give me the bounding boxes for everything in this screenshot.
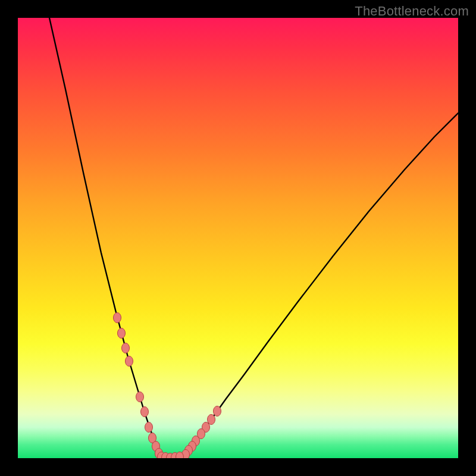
right-markers-point bbox=[208, 415, 215, 425]
left-markers-point bbox=[141, 407, 149, 417]
left-markers-point bbox=[145, 422, 153, 433]
right-markers-point bbox=[202, 422, 210, 433]
left-markers-point bbox=[114, 313, 121, 323]
left-markers-point bbox=[118, 328, 126, 339]
bottom-markers-point bbox=[176, 452, 184, 459]
marker-layer bbox=[114, 313, 221, 459]
left-markers-point bbox=[126, 356, 133, 367]
bottom-markers-point bbox=[162, 453, 170, 459]
left-markers-point bbox=[136, 392, 144, 402]
left-markers-point bbox=[149, 433, 156, 443]
left-curve bbox=[49, 18, 160, 458]
right-markers-point bbox=[185, 446, 193, 456]
right-markers-point bbox=[189, 441, 196, 452]
left-markers-point bbox=[122, 343, 130, 353]
chart-frame: TheBottleneck.com bbox=[0, 0, 476, 476]
right-markers-point bbox=[214, 406, 221, 416]
right-markers-point bbox=[198, 429, 205, 439]
chart-svg bbox=[18, 18, 458, 458]
left-markers-point bbox=[155, 449, 163, 459]
bottom-markers-point bbox=[171, 453, 179, 459]
plot-area bbox=[18, 18, 458, 458]
bottom-markers-point bbox=[167, 453, 174, 459]
attribution-label: TheBottleneck.com bbox=[355, 4, 469, 19]
right-markers-point bbox=[192, 436, 200, 446]
left-markers-point bbox=[152, 441, 160, 452]
right-curve bbox=[181, 113, 458, 458]
bottom-markers-point bbox=[158, 452, 165, 459]
right-markers-point bbox=[182, 450, 190, 459]
